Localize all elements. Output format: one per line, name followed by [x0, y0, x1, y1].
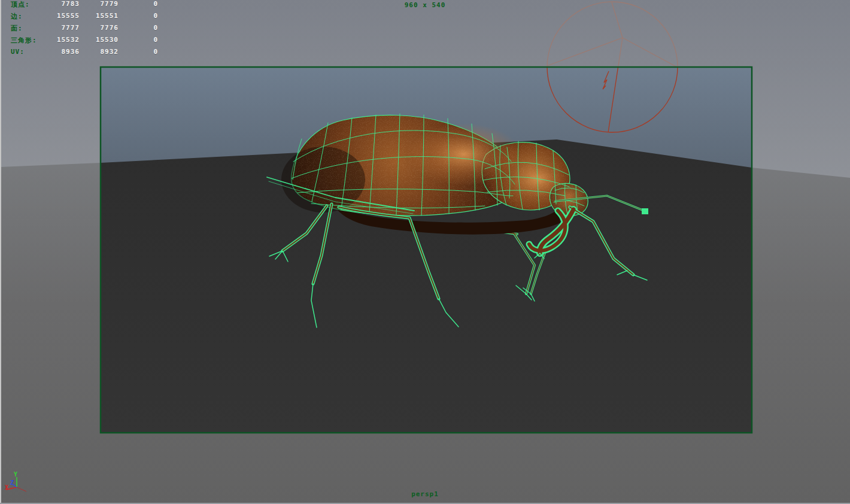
- poly-count-component: 0: [120, 12, 158, 20]
- poly-count-total: 8936: [35, 48, 80, 56]
- viewport-canvas[interactable]: Y Z X: [0, 0, 850, 504]
- poly-count-row-edges: 边: 15555 15551 0: [0, 11, 174, 23]
- poly-count-selected: 8932: [81, 48, 119, 56]
- poly-count-component: 0: [120, 24, 158, 32]
- resolution-gate-label: 960 x 540: [0, 1, 850, 9]
- poly-count-total: 15555: [35, 12, 80, 20]
- poly-count-selected: 15551: [81, 12, 119, 20]
- poly-count-total: 15532: [35, 36, 80, 44]
- poly-count-label: 三角形:: [11, 36, 37, 45]
- poly-count-component: 0: [120, 36, 158, 44]
- axis-z-label: Z: [10, 479, 14, 486]
- axis-y-label: Y: [14, 471, 17, 478]
- antenna-tip-handle[interactable]: [642, 208, 648, 214]
- poly-count-row-uvs: UV: 8936 8932 0: [0, 47, 174, 59]
- poly-count-label: UV:: [11, 48, 25, 56]
- poly-count-total: 7777: [35, 24, 80, 32]
- camera-name-label: persp1: [0, 490, 850, 498]
- poly-count-label: 边:: [11, 12, 23, 21]
- poly-count-selected: 15530: [81, 36, 119, 44]
- poly-count-component: 0: [120, 48, 158, 56]
- poly-count-row-faces: 面: 7777 7776 0: [0, 23, 174, 35]
- poly-count-selected: 7776: [81, 24, 119, 32]
- window-left-edge: [0, 0, 1, 504]
- poly-count-row-triangles: 三角形: 15532 15530 0: [0, 35, 174, 47]
- poly-count-label: 面:: [11, 24, 23, 33]
